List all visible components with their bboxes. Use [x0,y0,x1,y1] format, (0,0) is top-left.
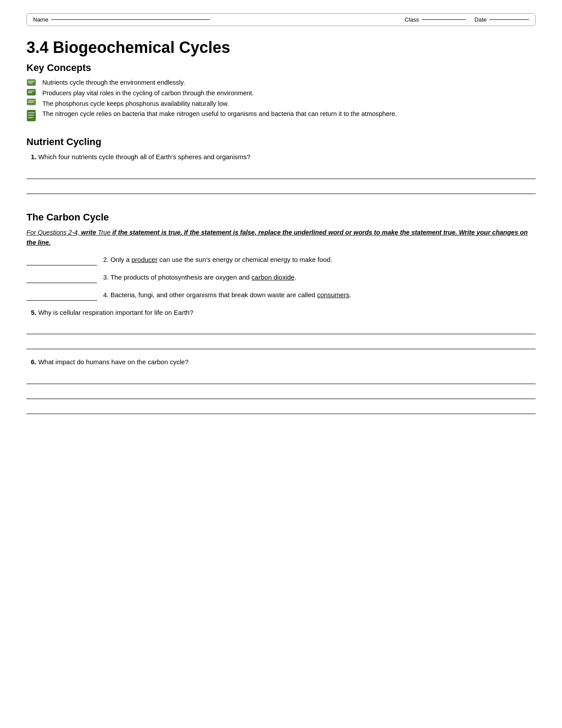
question-5-text: 5. Why is cellular respiration important… [26,308,536,318]
key-concept-3: The phosphorus cycle keeps phosphorus av… [42,99,536,109]
tf-blank-4[interactable] [26,291,97,301]
question-6: 6. What impact do humans have on the car… [26,357,536,414]
answer-line-1b[interactable] [26,182,536,194]
bullet-icon-2 [26,89,36,97]
question-6-answer-lines [26,372,536,414]
question-5: 5. Why is cellular respiration important… [26,308,536,350]
tf-2-part2: producer [131,256,157,263]
question-1: 1. Which four nutrients cycle through al… [26,152,536,194]
key-concepts-section: Key Concepts [26,62,536,124]
green-icon-svg-3 [26,97,36,107]
nutrient-cycling-heading: Nutrient Cycling [26,136,536,148]
name-field: Name [33,16,210,23]
bullet-icons [26,79,36,124]
tf-text-2: 2. Only a producer can use the sun's ene… [103,255,536,265]
tf-3-part3: . [294,273,296,281]
tf-blank-2[interactable] [26,256,97,265]
class-line[interactable] [422,19,466,20]
carbon-cycle-instructions: For Questions 2-4, write True if the sta… [26,228,536,248]
question-5-body: Why is cellular respiration important fo… [38,309,194,316]
key-concepts-heading: Key Concepts [26,62,536,74]
key-concept-4: The nitrogen cycle relies on bacteria th… [42,109,536,119]
bullet-icon-1 [26,79,36,87]
question-6-number: 6. [31,358,37,366]
question-1-answer-lines [26,167,536,194]
answer-line-1a[interactable] [26,167,536,179]
tf-text-4: 4. Bacteria, fungi, and other organisms … [103,290,536,300]
tf-question-4: 4. Bacteria, fungi, and other organisms … [26,290,536,301]
tf-4-part1: 4. Bacteria, fungi, and other organisms … [103,291,317,299]
green-icon-svg-1 [26,78,36,88]
key-concept-2: Producers play vital roles in the cyclin… [42,89,536,98]
tf-3-part1: 3. The products of photosynthesis are ox… [103,273,252,281]
tf-3-part2: carbon dioxide [252,273,295,281]
date-field: Date [475,16,529,23]
answer-line-6b[interactable] [26,387,536,399]
carbon-cycle-heading: The Carbon Cycle [26,212,536,223]
date-line[interactable] [489,19,529,20]
main-title: 3.4 Biogeochemical Cycles [26,38,536,57]
bullet-icon-4 [26,108,36,124]
class-field: Class [405,16,466,23]
tf-blank-3[interactable] [26,273,97,283]
question-6-text: 6. What impact do humans have on the car… [26,357,536,367]
question-1-number: 1. [31,153,37,161]
answer-line-5a[interactable] [26,322,536,334]
header-box: Name Class Date [26,13,536,26]
tf-2-part1: 2. Only a [103,256,131,263]
tf-4-part2: consumers [317,291,349,299]
tf-question-3: 3. The products of photosynthesis are ox… [26,273,536,283]
question-1-text: 1. Which four nutrients cycle through al… [26,152,536,162]
question-5-answer-lines [26,322,536,349]
green-icon-svg-2 [26,88,36,97]
green-icon-svg-4 [26,108,36,123]
name-label: Name [33,16,48,23]
nutrient-cycling-section: Nutrient Cycling 1. Which four nutrients… [26,136,536,194]
tf-text-3: 3. The products of photosynthesis are ox… [103,273,536,283]
tf-2-part3: can use the sun's energy or chemical ene… [157,256,332,263]
tf-question-2: 2. Only a producer can use the sun's ene… [26,255,536,265]
bullet-icon-3 [26,98,36,106]
question-1-body: Which four nutrients cycle through all o… [38,153,250,161]
answer-line-6a[interactable] [26,372,536,384]
question-6-body: What impact do humans have on the carbon… [38,358,189,366]
tf-4-part3: . [350,291,351,299]
date-label: Date [475,16,487,23]
question-5-number: 5. [31,309,37,316]
carbon-cycle-section: The Carbon Cycle For Questions 2-4, writ… [26,212,536,414]
answer-line-6c[interactable] [26,402,536,414]
answer-line-5b[interactable] [26,337,536,349]
key-concept-1: Nutrients cycle through the environment … [42,78,536,88]
key-concepts-list: Nutrients cycle through the environment … [26,78,536,124]
name-line[interactable] [51,19,210,20]
class-label: Class [405,16,419,23]
key-concepts-text: Nutrients cycle through the environment … [42,78,536,120]
